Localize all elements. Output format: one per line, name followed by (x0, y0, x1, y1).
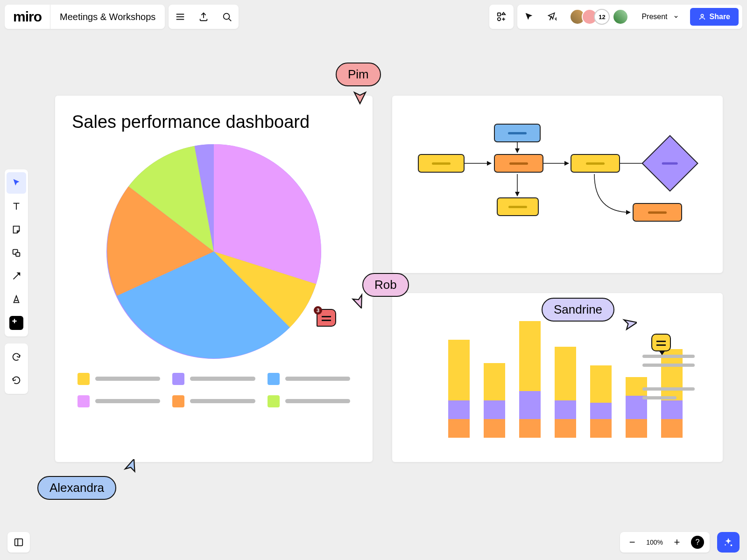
bar (555, 347, 576, 438)
cursor-alexandra: Alexandra (37, 476, 116, 500)
zoom-in-button[interactable]: + (668, 533, 686, 552)
bar (519, 321, 541, 438)
flow-node[interactable] (497, 197, 539, 216)
svg-point-30 (731, 545, 733, 546)
flow-node[interactable] (418, 154, 465, 173)
frame-flowchart[interactable] (392, 96, 723, 273)
legend-item (172, 395, 255, 407)
zoom-controls: − 100% + ? (620, 532, 710, 553)
help-button[interactable]: ? (691, 536, 704, 549)
svg-rect-28 (15, 539, 23, 546)
bar-legend (642, 355, 695, 399)
dashboard-title: Sales performance dashboard (72, 112, 356, 133)
zoom-out-button[interactable]: − (623, 533, 641, 552)
pie-chart[interactable] (106, 144, 321, 359)
legend-item (78, 373, 160, 385)
pie-legend (72, 373, 356, 407)
legend-item (268, 373, 350, 385)
flow-node[interactable] (494, 124, 541, 142)
frames-panel-button[interactable] (7, 532, 30, 553)
legend-item (78, 395, 160, 407)
cursor-rob: Rob (362, 273, 409, 297)
sticky-comment[interactable] (651, 334, 671, 351)
zoom-level[interactable]: 100% (643, 539, 666, 546)
cursor-pim: Pim (336, 63, 381, 86)
legend-item (172, 373, 255, 385)
bar (448, 340, 470, 438)
flow-node[interactable] (633, 203, 682, 222)
comment-count-badge: 3 (314, 306, 322, 315)
bar (484, 363, 505, 438)
bar (590, 365, 612, 438)
svg-point-31 (725, 544, 726, 546)
miro-assist-button[interactable] (717, 532, 740, 553)
cursor-sandrine: Sandrine (542, 298, 614, 322)
frame-sales-dashboard[interactable]: Sales performance dashboard (55, 96, 373, 462)
flow-node[interactable] (571, 154, 620, 173)
flow-node[interactable] (494, 154, 543, 173)
legend-item (268, 395, 350, 407)
comment-pin[interactable]: 3 (317, 309, 336, 327)
canvas[interactable]: Sales performance dashboard (0, 0, 747, 560)
